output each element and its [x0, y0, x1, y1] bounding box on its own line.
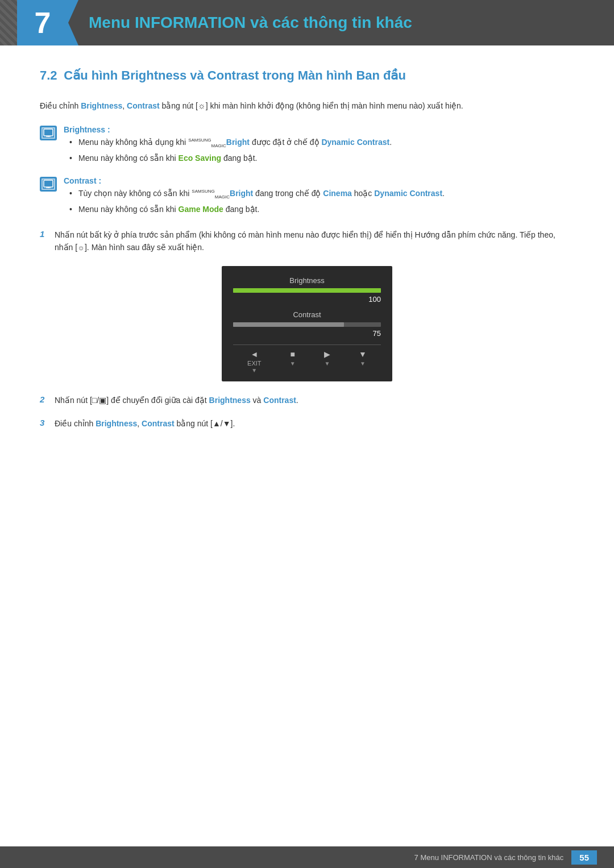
footer-btn-down: ▼ ▼ [359, 350, 367, 373]
footer-btn-square: ■ ▼ [290, 350, 296, 373]
page-footer: 7 Menu INFORMATION và các thông tin khác… [0, 846, 614, 868]
main-content: 7.2 Cấu hình Brightness và Contrast tron… [0, 45, 614, 485]
footer-btn-arrows: ▶ ▼ [324, 350, 330, 373]
section-number: 7.2 [40, 68, 57, 82]
note-icon-contrast [40, 177, 57, 192]
contrast-fill [233, 322, 344, 327]
note-brightness-content: Brightness : Menu này không khả dụng khi… [64, 125, 574, 167]
note-contrast-title: Contrast : [64, 176, 574, 185]
exit-label: EXIT [247, 360, 261, 367]
square-icon: ■ [290, 350, 296, 359]
contrast-value: 75 [233, 329, 381, 338]
chapter-title: Menu INFORMATION và các thông tin khác [68, 0, 412, 45]
monitor-mockup: Brightness 100 Contrast 75 ◄ EXIT ▼ ■ ▼ [222, 266, 392, 381]
step-1-text: Nhấn nút bất kỳ ở phía trước sản phẩm (k… [55, 229, 574, 254]
step-3-text: Điều chỉnh Brightness, Contrast bằng nút… [55, 417, 574, 430]
brightness-label: Brightness [233, 276, 381, 285]
note-icon-brightness [40, 126, 57, 140]
monitor-footer: ◄ EXIT ▼ ■ ▼ ▶ ▼ ▼ ▼ [233, 344, 381, 373]
page-header: 7 Menu INFORMATION và các thông tin khác [0, 0, 614, 45]
brightness-row: Brightness 100 [233, 276, 381, 304]
note-contrast-bullets: Tùy chọn này không có sẵn khi SAMSUNGMAG… [64, 188, 574, 215]
brightness-track [233, 288, 381, 293]
contrast-bullet-2: Menu này không có sẵn khi Game Mode đang… [69, 203, 574, 215]
step-1-number: 1 [40, 229, 55, 239]
brightness-bullet-1: Menu này không khả dụng khi SAMSUNGMAGIC… [69, 136, 574, 149]
step-2-text: Nhấn nút [□/▣] để chuyển đổi giữa cài đặ… [55, 394, 574, 406]
hatch-decoration [0, 0, 17, 45]
contrast-label: Contrast [233, 310, 381, 319]
footer-text: 7 Menu INFORMATION và các thông tin khác [414, 853, 564, 862]
exit-icon: ◄ [247, 350, 261, 359]
note-contrast-content: Contrast : Tùy chọn này không có sẵn khi… [64, 176, 574, 218]
section-title: Cấu hình Brightness và Contrast trong Mà… [64, 68, 406, 82]
svg-rect-0 [44, 129, 53, 136]
contrast-bullet-1: Tùy chọn này không có sẵn khi SAMSUNGMAG… [69, 188, 574, 201]
intro-contrast: Contrast [127, 101, 160, 110]
chapter-number-box: 7 [17, 0, 68, 45]
intro-paragraph: Điều chỉnh Brightness, Contrast bằng nút… [40, 99, 574, 113]
brightness-bullet-2: Menu này không có sẵn khi Eco Saving đan… [69, 152, 574, 164]
note-contrast: Contrast : Tùy chọn này không có sẵn khi… [40, 176, 574, 218]
footer-btn-exit: ◄ EXIT ▼ [247, 350, 261, 373]
step-2-number: 2 [40, 394, 55, 404]
footer-page-number: 55 [571, 850, 597, 865]
chapter-number: 7 [35, 6, 51, 40]
step-3-number: 3 [40, 417, 55, 427]
down-icon: ▼ [359, 350, 367, 359]
contrast-row: Contrast 75 [233, 310, 381, 338]
brightness-fill [233, 288, 381, 293]
step-2: 2 Nhấn nút [□/▣] để chuyển đổi giữa cài … [40, 394, 574, 406]
arrows-icon: ▶ [324, 350, 330, 359]
step-1: 1 Nhấn nút bất kỳ ở phía trước sản phẩm … [40, 229, 574, 254]
brightness-value: 100 [233, 295, 381, 304]
contrast-track [233, 322, 381, 327]
section-heading: 7.2 Cấu hình Brightness và Contrast tron… [40, 68, 574, 83]
intro-brightness: Brightness [81, 101, 122, 110]
note-brightness: Brightness : Menu này không khả dụng khi… [40, 125, 574, 167]
step-3: 3 Điều chỉnh Brightness, Contrast bằng n… [40, 417, 574, 430]
note-brightness-bullets: Menu này không khả dụng khi SAMSUNGMAGIC… [64, 136, 574, 164]
note-brightness-title: Brightness : [64, 125, 574, 134]
svg-rect-3 [44, 180, 53, 187]
